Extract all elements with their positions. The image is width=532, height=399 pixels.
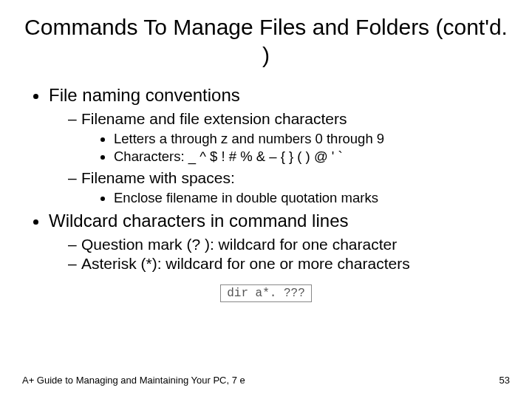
bullet-l3: Characters: _ ^ $ ! # % & – { } ( ) @ ' … [114,149,510,165]
bullet-sublist: Enclose filename in double quotation mar… [81,190,510,206]
code-example: dir a*. ??? [220,284,312,302]
bullet-text: Filename and file extension characters [81,110,347,127]
page-number: 53 [499,375,510,386]
code-example-wrap: dir a*. ??? [22,277,510,302]
bullet-l3: Enclose filename in double quotation mar… [114,190,510,206]
bullet-text: Question mark (? ): wildcard for one cha… [81,236,397,253]
bullet-l1: File naming conventions Filename and fil… [49,85,510,206]
footer-source: A+ Guide to Managing and Maintaining You… [22,375,245,386]
bullet-l2: Asterisk (*): wildcard for one or more c… [68,255,510,273]
bullet-sublist: Filename and file extension characters L… [49,110,510,206]
page-title: Commands To Manage Files and Folders (co… [22,13,510,69]
bullet-sublist: Question mark (? ): wildcard for one cha… [49,236,510,273]
bullet-l1: Wildcard characters in command lines Que… [49,211,510,273]
bullet-list: File naming conventions Filename and fil… [22,85,510,273]
bullet-text: Filename with spaces: [81,169,235,186]
bullet-text: Asterisk (*): wildcard for one or more c… [81,255,410,272]
bullet-l2: Filename and file extension characters L… [68,110,510,165]
bullet-l2: Filename with spaces: Enclose filename i… [68,169,510,206]
bullet-sublist: Letters a through z and numbers 0 throug… [81,131,510,165]
bullet-l2: Question mark (? ): wildcard for one cha… [68,236,510,253]
slide: Commands To Manage Files and Folders (co… [0,0,532,399]
bullet-l3: Letters a through z and numbers 0 throug… [114,131,510,147]
bullet-text: Wildcard characters in command lines [49,211,348,231]
bullet-text: File naming conventions [49,85,240,105]
